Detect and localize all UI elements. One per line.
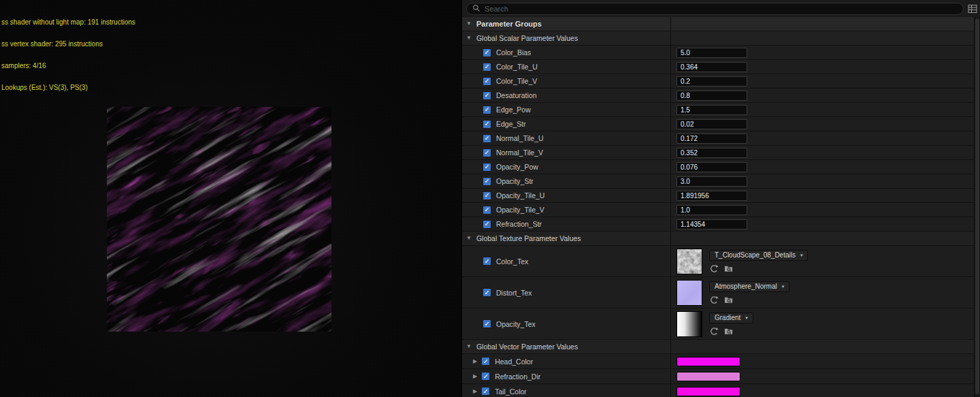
param-enabled-checkbox[interactable]: ✓ (481, 357, 490, 366)
search-input[interactable] (485, 5, 958, 13)
param-name: Color_Tile_U (496, 63, 538, 71)
scalar-param-row: ✓ Desaturation (462, 89, 974, 103)
scalar-param-row: ✓ Color_Bias (462, 46, 974, 60)
param-name: Refraction_Dir (495, 372, 540, 381)
param-value-input[interactable] (676, 62, 747, 72)
param-name: Normal_Tile_V (496, 148, 543, 157)
texture-asset-name: T_CloudScape_08_Details (715, 251, 796, 259)
param-value-input[interactable] (676, 205, 747, 215)
param-name: Distort_Tex (496, 289, 532, 297)
shader-stats-line: samplers: 4/16 (1, 63, 135, 70)
param-name: Desaturation (496, 91, 537, 99)
param-value-input[interactable] (676, 133, 747, 144)
param-value-input[interactable] (676, 219, 747, 229)
param-enabled-checkbox[interactable]: ✓ (483, 77, 491, 86)
param-enabled-checkbox[interactable]: ✓ (481, 387, 490, 396)
param-enabled-checkbox[interactable]: ✓ (483, 177, 491, 186)
param-enabled-checkbox[interactable]: ✓ (483, 163, 491, 172)
param-name: Tail_Color (495, 387, 527, 396)
param-name: Opacity_Tile_U (496, 191, 544, 200)
scalar-param-row: ✓ Edge_Str (462, 117, 974, 131)
param-enabled-checkbox[interactable]: ✓ (483, 319, 491, 328)
search-box[interactable] (466, 3, 964, 15)
scalar-param-row: ✓ Edge_Pow (462, 103, 974, 117)
vector-param-row: ▶ ✓ Refraction_Dir (462, 369, 974, 384)
name-column: ▼ Parameter Groups (462, 17, 671, 31)
texture-asset-name: Gradient (715, 314, 740, 321)
shader-stats-line: Lookups (Est.): VS(3), PS(3) (1, 84, 135, 92)
param-enabled-checkbox[interactable]: ✓ (483, 63, 491, 72)
param-name: Edge_Str (496, 120, 526, 128)
param-enabled-checkbox[interactable]: ✓ (483, 191, 491, 200)
collapse-arrow-icon[interactable]: ▼ (466, 236, 472, 241)
chevron-down-icon: ▾ (745, 315, 748, 320)
vertical-scrollbar[interactable] (974, 17, 980, 397)
texture-asset-dropdown[interactable]: Gradient ▾ (709, 313, 753, 323)
param-value-input[interactable] (676, 148, 747, 158)
param-value-input[interactable] (676, 48, 747, 58)
param-enabled-checkbox[interactable]: ✓ (483, 257, 491, 266)
param-name: Opacity_Pow (496, 163, 538, 171)
texture-param-row: ✓ Color_Tex T_CloudScape_08_Details ▾ (462, 246, 974, 277)
expand-arrow-icon[interactable]: ▶ (473, 374, 477, 379)
param-enabled-checkbox[interactable]: ✓ (483, 106, 491, 114)
texture-thumbnail[interactable] (676, 280, 702, 306)
parameter-groups-header-row: ▼ Parameter Groups (462, 17, 974, 31)
use-selected-asset-icon[interactable] (709, 296, 719, 304)
shader-stats-line: ss vertex shader: 295 instructions (1, 41, 135, 48)
shader-stats-line: ss shader without light map: 191 instruc… (1, 19, 135, 27)
chevron-down-icon: ▾ (800, 253, 803, 257)
param-value-input[interactable] (676, 76, 747, 86)
param-name: Color_Tex (496, 257, 528, 266)
browse-to-asset-icon[interactable] (723, 264, 733, 273)
scrollbar-thumb[interactable] (975, 18, 979, 394)
browse-to-asset-icon[interactable] (723, 296, 733, 304)
details-panel: ▼ Parameter Groups ▼ Global Scalar Param… (461, 0, 980, 397)
param-enabled-checkbox[interactable]: ✓ (483, 48, 491, 57)
param-value-input[interactable] (676, 176, 747, 187)
param-enabled-checkbox[interactable]: ✓ (481, 372, 490, 381)
expand-arrow-icon[interactable]: ▶ (473, 389, 477, 394)
use-selected-asset-icon[interactable] (709, 327, 719, 336)
param-value-input[interactable] (676, 105, 747, 115)
scalar-param-row: ✓ Normal_Tile_V (462, 146, 974, 160)
texture-thumbnail[interactable] (676, 311, 702, 337)
material-preview-viewport[interactable]: ss shader without light map: 191 instruc… (0, 0, 461, 397)
param-name: Refraction_Str (496, 220, 542, 228)
param-value-input[interactable] (676, 119, 747, 129)
param-enabled-checkbox[interactable]: ✓ (483, 148, 491, 157)
texture-thumbnail[interactable] (676, 249, 702, 274)
collapse-arrow-icon[interactable]: ▼ (466, 21, 472, 27)
param-enabled-checkbox[interactable]: ✓ (483, 134, 491, 143)
texture-asset-dropdown[interactable]: T_CloudScape_08_Details ▾ (709, 250, 808, 261)
shader-stats: ss shader without light map: 191 instruc… (1, 5, 135, 106)
collapse-arrow-icon[interactable]: ▼ (466, 35, 472, 41)
param-name: Edge_Pow (496, 106, 531, 114)
param-enabled-checkbox[interactable]: ✓ (483, 91, 491, 100)
texture-asset-dropdown[interactable]: Atmosphere_Normal ▾ (709, 281, 789, 292)
scalar-param-row: ✓ Normal_Tile_U (462, 131, 974, 146)
color-swatch[interactable] (676, 357, 740, 366)
param-enabled-checkbox[interactable]: ✓ (483, 206, 491, 215)
param-value-input[interactable] (676, 191, 747, 201)
param-enabled-checkbox[interactable]: ✓ (483, 288, 491, 297)
texture-param-row: ✓ Opacity_Tex Gradient ▾ (462, 308, 974, 340)
expand-arrow-icon[interactable]: ▶ (473, 359, 477, 364)
scalar-param-row: ✓ Opacity_Tile_U (462, 189, 974, 203)
collapse-arrow-icon[interactable]: ▼ (466, 344, 472, 349)
param-name: Head_Color (495, 358, 533, 366)
use-selected-asset-icon[interactable] (709, 264, 719, 273)
scalar-section-header: ▼ Global Scalar Parameter Values (462, 31, 974, 46)
param-value-input[interactable] (676, 162, 747, 172)
scalar-param-row: ✓ Color_Tile_V (462, 74, 974, 89)
view-options-grid-icon[interactable] (967, 3, 978, 14)
color-swatch[interactable] (676, 372, 740, 381)
scalar-param-row: ✓ Opacity_Pow (462, 160, 974, 174)
param-enabled-checkbox[interactable]: ✓ (483, 220, 491, 229)
param-name: Opacity_Str (496, 177, 534, 185)
param-enabled-checkbox[interactable]: ✓ (483, 120, 491, 129)
param-value-input[interactable] (676, 91, 747, 101)
vector-param-row: ▶ ✓ Tail_Color (462, 384, 974, 397)
color-swatch[interactable] (676, 387, 740, 396)
browse-to-asset-icon[interactable] (723, 327, 733, 336)
